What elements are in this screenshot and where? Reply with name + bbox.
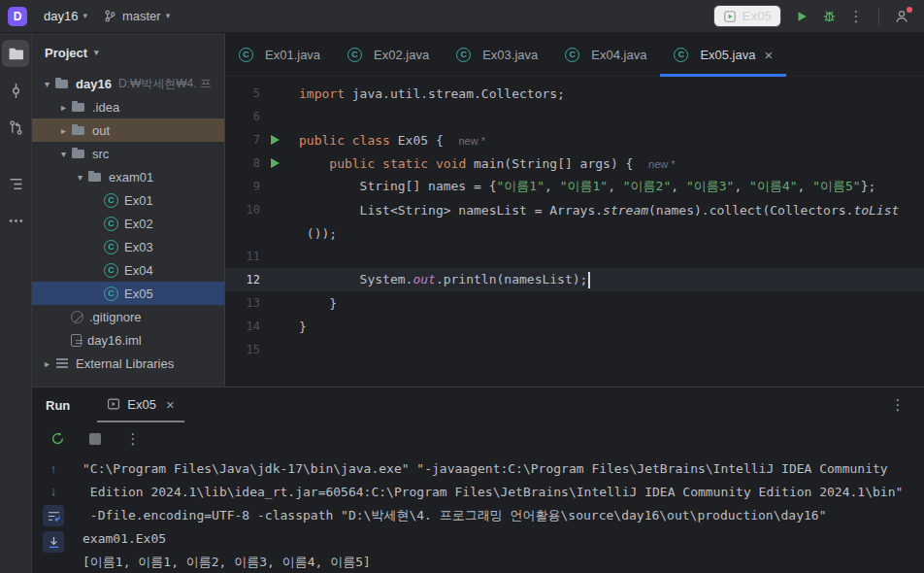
code-line-11[interactable]: 11 bbox=[225, 245, 924, 268]
tree-item-ex04[interactable]: Ex04 bbox=[32, 258, 224, 282]
close-tab-icon[interactable]: × bbox=[764, 48, 773, 62]
tree-item-src[interactable]: ▾src bbox=[32, 142, 224, 165]
code-line-9[interactable]: 9 String[] names = {"이름1", "이름1", "이름2",… bbox=[225, 175, 924, 198]
run-config-icon bbox=[723, 10, 737, 23]
scroll-to-end-icon bbox=[47, 535, 61, 550]
tree-item-label: External Libraries bbox=[76, 356, 174, 371]
more-tool-windows-button[interactable] bbox=[2, 207, 29, 234]
play-icon bbox=[795, 10, 808, 23]
project-tool-button[interactable] bbox=[2, 40, 29, 67]
code-text: public static void main(String[] args) {… bbox=[299, 156, 924, 171]
close-run-tab-icon[interactable]: × bbox=[166, 397, 175, 412]
tree-item-external-libraries[interactable]: ▸External Libraries bbox=[32, 352, 224, 375]
editor-tab-ex01-java[interactable]: Ex01.java bbox=[225, 33, 334, 76]
editor-tab-ex05-java[interactable]: Ex05.java× bbox=[660, 33, 786, 76]
soft-wrap-toggle[interactable] bbox=[43, 505, 64, 526]
code-line-8[interactable]: 8 public static void main(String[] args)… bbox=[225, 152, 924, 175]
branch-widget[interactable]: master ▾ bbox=[96, 6, 177, 26]
scroll-to-end-toggle[interactable] bbox=[43, 531, 64, 553]
code-line-wrap[interactable]: ()); bbox=[225, 221, 924, 245]
run-config-selector[interactable]: Ex05 bbox=[713, 5, 781, 27]
code-text: } bbox=[299, 296, 924, 311]
tree-item-idea[interactable]: ▸.idea bbox=[32, 95, 224, 118]
code-editor[interactable]: 5import java.util.stream.Collectors;67pu… bbox=[225, 77, 924, 387]
text-caret bbox=[588, 272, 590, 288]
code-with-me-button[interactable] bbox=[889, 4, 914, 29]
app-logo[interactable]: D bbox=[8, 7, 27, 26]
console-output[interactable]: "C:\Program Files\Java\jdk-17\bin\java.e… bbox=[75, 455, 924, 573]
chevron-down-icon: ▾ bbox=[166, 12, 171, 20]
chevron-right-icon[interactable]: ▸ bbox=[56, 125, 71, 136]
code-line-13[interactable]: 13 } bbox=[225, 291, 924, 315]
code-text: ()); bbox=[299, 226, 924, 241]
pull-requests-tool-button[interactable] bbox=[2, 114, 29, 141]
editor-tab-ex03-java[interactable]: Ex03.java bbox=[443, 33, 551, 76]
run-line-icon[interactable] bbox=[271, 158, 280, 168]
tree-item-ex03[interactable]: Ex03 bbox=[32, 235, 224, 258]
code-text: System.out.println(namesList); bbox=[299, 272, 924, 288]
tree-item-exam01[interactable]: ▾exam01 bbox=[32, 165, 224, 188]
tab-label: Ex02.java bbox=[374, 48, 429, 62]
chevron-right-icon[interactable]: ▸ bbox=[56, 102, 71, 113]
rerun-button[interactable] bbox=[45, 426, 70, 452]
chevron-down-icon: ▾ bbox=[82, 12, 87, 20]
editor-split: Project ▾ ▾day16D:₩박세현₩4. 프▸.idea▸out▾sr… bbox=[32, 33, 924, 387]
notification-dot bbox=[907, 7, 912, 13]
console-line[interactable]: "C:\Program Files\Java\jdk-17\bin\java.e… bbox=[82, 457, 916, 481]
tab-label: Ex03.java bbox=[482, 48, 538, 62]
more-actions-button[interactable]: ⋮ bbox=[843, 4, 869, 29]
ellipsis-icon bbox=[8, 213, 24, 229]
run-tab-ex05[interactable]: Ex05 × bbox=[97, 388, 183, 422]
code-line-14[interactable]: 14} bbox=[225, 315, 924, 338]
editor-tab-ex04-java[interactable]: Ex04.java bbox=[551, 33, 660, 76]
editor-tab-ex02-java[interactable]: Ex02.java bbox=[334, 33, 443, 76]
tree-item-label: .gitignore bbox=[89, 310, 141, 324]
console-line[interactable]: Edition 2024.1\lib\idea_rt.jar=60564:C:\… bbox=[82, 481, 916, 504]
run-line-icon[interactable] bbox=[271, 135, 280, 145]
chevron-right-icon[interactable]: ▸ bbox=[40, 358, 54, 369]
run-more-options-button[interactable]: ⋮ bbox=[120, 426, 146, 452]
tree-item-day16-iml[interactable]: day16.iml bbox=[32, 328, 224, 352]
tree-item-day16[interactable]: ▾day16D:₩박세현₩4. 프 bbox=[32, 72, 224, 95]
tree-item-ex02[interactable]: Ex02 bbox=[32, 212, 224, 235]
prev-occurrence-button[interactable]: ↑ bbox=[50, 460, 57, 478]
run-toolbar: ⋮ bbox=[32, 422, 924, 455]
titlebar: D day16 ▾ master ▾ Ex05 ⋮ bbox=[0, 0, 924, 33]
run-header-actions: ⋮ bbox=[885, 392, 910, 418]
tree-item-gitignore[interactable]: .gitignore bbox=[32, 305, 224, 328]
tree-item-ex05[interactable]: Ex05 bbox=[32, 282, 224, 305]
commit-tool-button[interactable] bbox=[2, 77, 29, 104]
debug-button[interactable] bbox=[816, 4, 842, 29]
tree-item-out[interactable]: ▸out bbox=[32, 118, 224, 142]
next-occurrence-button[interactable]: ↓ bbox=[50, 483, 57, 500]
structure-tool-button[interactable] bbox=[2, 170, 29, 197]
folder-icon bbox=[71, 146, 86, 161]
soft-wrap-icon bbox=[47, 509, 61, 523]
line-number: 8 bbox=[225, 156, 260, 170]
code-line-7[interactable]: 7public class Ex05 { new * bbox=[225, 128, 924, 152]
stop-button[interactable] bbox=[82, 426, 108, 452]
console-line[interactable]: -Dfile.encoding=UTF-8 -classpath "D:\박세현… bbox=[82, 504, 916, 527]
tree-item-label: day16 bbox=[76, 77, 112, 91]
folder-icon bbox=[71, 122, 86, 138]
run-config-label: Ex05 bbox=[742, 9, 772, 23]
code-line-12[interactable]: 12 System.out.println(namesList); bbox=[225, 268, 924, 291]
chevron-down-icon[interactable]: ▾ bbox=[40, 79, 54, 89]
project-widget[interactable]: day16 ▾ bbox=[37, 6, 94, 26]
code-line-6[interactable]: 6 bbox=[225, 105, 924, 128]
tree-item-ex01[interactable]: Ex01 bbox=[32, 188, 224, 212]
run-panel-options-button[interactable]: ⋮ bbox=[885, 392, 910, 418]
chevron-down-icon[interactable]: ▾ bbox=[56, 149, 71, 159]
code-line-15[interactable]: 15 bbox=[225, 338, 924, 361]
line-number: 14 bbox=[225, 320, 260, 333]
console-line[interactable]: exam01.Ex05 bbox=[82, 527, 916, 551]
editor-gutter bbox=[260, 135, 299, 145]
chevron-down-icon[interactable]: ▾ bbox=[73, 172, 87, 183]
project-panel-header[interactable]: Project ▾ bbox=[32, 33, 224, 72]
console-line[interactable]: [이름1, 이름1, 이름2, 이름3, 이름4, 이름5] bbox=[82, 551, 916, 573]
code-line-10[interactable]: 10 List<String> namesList = Arrays.strea… bbox=[225, 198, 924, 221]
tree-item-label: out bbox=[92, 123, 110, 138]
code-line-5[interactable]: 5import java.util.stream.Collectors; bbox=[225, 82, 924, 105]
run-button[interactable] bbox=[789, 4, 814, 29]
kebab-menu-icon: ⋮ bbox=[849, 8, 864, 25]
